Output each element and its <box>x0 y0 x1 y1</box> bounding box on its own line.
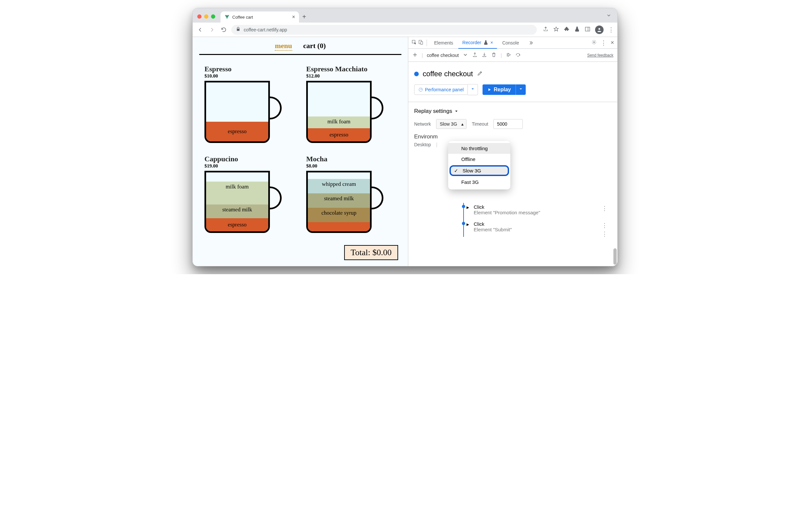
cup[interactable]: milk foamsteamed milkespresso <box>205 171 280 236</box>
chevron-down-icon[interactable] <box>463 52 468 59</box>
share-icon[interactable] <box>543 26 549 33</box>
step-title: Click <box>474 204 540 210</box>
menu-item[interactable]: Mocha $8.00 whipped creamsteamed milkcho… <box>306 155 396 236</box>
import-icon[interactable] <box>482 52 487 59</box>
new-tab-button[interactable]: + <box>302 13 306 21</box>
cup-layer: milk foam <box>308 116 370 128</box>
expand-icon[interactable]: ▸ <box>467 221 469 227</box>
dropdown-option-offline[interactable]: Offline <box>448 154 511 165</box>
dropdown-option-no-throttling[interactable]: No throttling <box>448 143 511 154</box>
cup-layer: espresso <box>308 128 370 141</box>
forward-button[interactable] <box>208 26 216 34</box>
lock-icon <box>236 27 241 32</box>
cup-layer <box>308 222 370 231</box>
inspect-icon[interactable] <box>411 39 417 46</box>
performance-panel-button[interactable]: Performance panel <box>414 84 478 95</box>
cup-layer: steamed milk <box>308 193 370 208</box>
item-price: $12.00 <box>306 73 396 79</box>
side-panel-icon[interactable] <box>585 26 590 33</box>
close-devtools-icon[interactable]: × <box>611 39 614 46</box>
recording-title-row: coffee checkout <box>414 70 612 78</box>
cup[interactable]: espresso <box>205 81 280 146</box>
menu-item[interactable]: Espresso Macchiato $12.00 milk foamespre… <box>306 65 396 146</box>
recording-step[interactable]: ▸ Click Element "Promotion message" ⋮ <box>414 203 612 220</box>
menu-item[interactable]: Cappucino $19.00 milk foamsteamed milkes… <box>205 155 294 236</box>
tabs-more-icon[interactable] <box>524 37 537 49</box>
settings-icon[interactable] <box>592 39 597 46</box>
svg-point-7 <box>518 55 519 56</box>
nav-cart[interactable]: cart (0) <box>303 42 326 51</box>
check-icon: ✓ <box>454 168 458 174</box>
step-over-icon[interactable] <box>515 52 521 59</box>
dropdown-option-fast-3g[interactable]: Fast 3G <box>448 177 511 188</box>
item-name: Mocha <box>306 155 396 163</box>
expand-icon[interactable]: ▸ <box>467 204 469 210</box>
send-feedback-link[interactable]: Send feedback <box>587 53 613 58</box>
network-label: Network <box>414 122 431 127</box>
nav-menu[interactable]: menu <box>275 42 292 51</box>
device-icon[interactable] <box>418 39 423 46</box>
dropdown-option-slow-3g[interactable]: ✓ Slow 3G <box>450 165 509 176</box>
cup[interactable]: whipped creamsteamed milkchocolate syrup <box>306 171 382 236</box>
delete-icon[interactable] <box>491 52 497 59</box>
step-subtitle: Element "Submit" <box>474 227 512 232</box>
cup[interactable]: milk foamespresso <box>306 81 382 146</box>
labs-icon[interactable] <box>574 26 580 33</box>
cup-layer: milk foam <box>206 181 268 205</box>
step-menu-icon[interactable]: ⋮ <box>602 230 608 238</box>
menu-icon[interactable]: ⋮ <box>608 26 614 33</box>
window-controls[interactable] <box>197 14 215 19</box>
extensions-icon[interactable] <box>564 26 569 33</box>
browser-tab[interactable]: Coffee cart × <box>221 12 299 22</box>
tab-console[interactable]: Console <box>498 37 523 49</box>
browser-window: Coffee cart × + coffee-cart.netlify.app … <box>192 8 618 266</box>
environment-value: Desktop <box>414 142 431 147</box>
add-recording-icon[interactable] <box>412 52 418 59</box>
svg-point-2 <box>598 28 600 30</box>
total-chip[interactable]: Total: $0.00 <box>344 245 398 260</box>
flask-icon <box>483 40 488 45</box>
tabs-overflow-icon[interactable] <box>606 13 612 19</box>
reload-button[interactable] <box>220 26 228 34</box>
back-button[interactable] <box>196 26 205 34</box>
tab-recorder[interactable]: Recorder × <box>458 37 497 49</box>
svg-rect-0 <box>585 27 590 31</box>
export-icon[interactable] <box>472 52 477 59</box>
toolbar-right: ⋮ <box>543 26 614 34</box>
timeout-input[interactable] <box>493 119 523 129</box>
cup-layer: espresso <box>206 218 268 231</box>
item-price: $10.00 <box>205 73 294 79</box>
step-menu-icon[interactable]: ⋮ <box>602 205 608 212</box>
profile-avatar[interactable] <box>595 26 603 34</box>
edit-icon[interactable] <box>477 70 483 78</box>
replay-button[interactable]: Replay <box>483 84 525 95</box>
cup-layer: espresso <box>206 122 268 141</box>
close-tab-icon[interactable]: × <box>292 14 295 20</box>
kebab-icon[interactable]: ⋮ <box>601 39 606 46</box>
recording-step[interactable]: ▸ Click Element "Submit" ⋮ <box>414 220 612 237</box>
menu-item[interactable]: Espresso $10.00 espresso <box>205 65 294 146</box>
environment-heading: Environm <box>414 133 612 140</box>
recording-select[interactable]: coffee checkout <box>427 53 459 58</box>
devtools-panel: Elements Recorder × Console ⋮ × | coffee… <box>408 37 617 266</box>
timeout-label: Timeout <box>472 122 488 127</box>
cup-layer: whipped cream <box>308 179 370 193</box>
cup-layer: chocolate syrup <box>308 208 370 222</box>
step-menu-icon[interactable]: ⋮ <box>602 222 608 229</box>
tab-elements[interactable]: Elements <box>430 37 457 49</box>
step-icon[interactable] <box>506 52 511 59</box>
replay-settings-heading[interactable]: Replay settings <box>414 108 612 114</box>
item-price: $8.00 <box>306 163 396 169</box>
step-title: Click <box>474 221 512 227</box>
vue-favicon-icon <box>224 14 230 20</box>
scrollbar[interactable] <box>613 50 617 265</box>
page-content: menu cart (0) Espresso $10.00 espresso E… <box>193 37 408 266</box>
url-field[interactable]: coffee-cart.netlify.app <box>231 25 537 35</box>
recording-title: coffee checkout <box>423 70 473 78</box>
star-icon[interactable] <box>553 26 559 33</box>
step-subtitle: Element "Promotion message" <box>474 210 540 215</box>
url-text: coffee-cart.netlify.app <box>244 27 287 32</box>
cup-layer: steamed milk <box>206 205 268 218</box>
network-select[interactable]: Slow 3G ▴ <box>436 119 467 129</box>
close-tab-icon[interactable]: × <box>490 40 493 45</box>
